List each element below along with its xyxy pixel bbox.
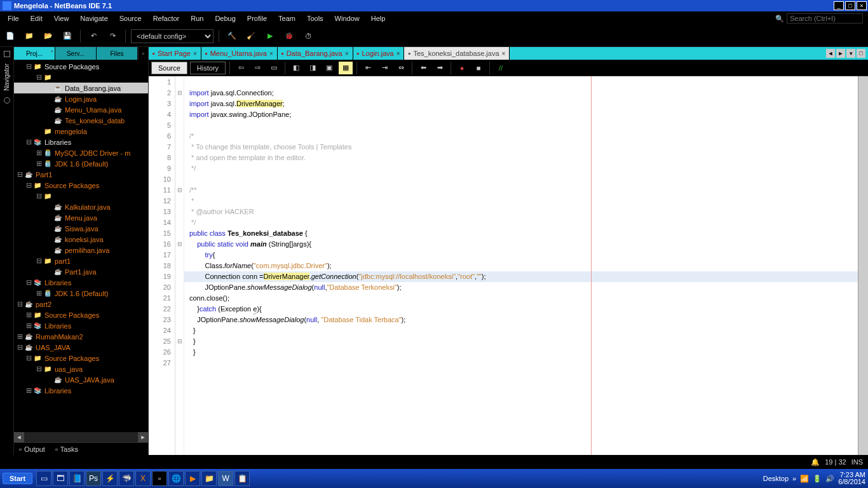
line-number[interactable]: 21 <box>149 293 175 304</box>
v-scrollbar[interactable] <box>858 76 868 455</box>
xampp-icon[interactable]: X <box>135 471 151 486</box>
next-error-icon[interactable]: ➡ <box>433 62 447 74</box>
line-number[interactable]: 23 <box>149 315 175 325</box>
toggle-highlight-icon[interactable]: ▦ <box>339 62 353 74</box>
close-button[interactable]: × <box>857 1 867 10</box>
menu-team[interactable]: Team <box>273 13 301 24</box>
tree-row[interactable]: ⊟📚Libraries <box>14 137 148 147</box>
taskbar-app-icon[interactable]: 🗔 <box>53 471 68 486</box>
new-project-icon[interactable]: 📁 <box>22 29 37 44</box>
panel-tab[interactable]: Proj...× <box>14 47 55 60</box>
fold-marker[interactable] <box>175 141 184 152</box>
line-number[interactable]: 9 <box>149 163 175 174</box>
bottom-tab-tasks[interactable]: ▫Tasks <box>50 443 83 455</box>
line-number[interactable]: 11 <box>149 185 175 196</box>
code-line[interactable]: public class Tes_koneksi_database { <box>184 228 858 239</box>
line-number[interactable]: 8 <box>149 152 175 163</box>
close-icon[interactable]: × <box>502 50 506 57</box>
fold-marker[interactable] <box>175 98 184 109</box>
fold-marker[interactable] <box>175 281 184 292</box>
line-number[interactable]: 25 <box>149 336 175 347</box>
expand-icon[interactable]: ⊞ <box>36 289 42 297</box>
maximize-button[interactable]: □ <box>845 1 855 10</box>
close-icon[interactable]: × <box>397 50 400 57</box>
fold-marker[interactable] <box>175 206 184 217</box>
tree-row[interactable]: ⊞☕RumahMakan2 <box>14 331 148 342</box>
code-editor[interactable]: 1234567891011121314151617181920212223242… <box>149 76 868 455</box>
fold-marker[interactable] <box>175 325 184 336</box>
expand-icon[interactable]: ⊟ <box>17 343 23 351</box>
fold-marker[interactable] <box>175 346 184 357</box>
next-bookmark-icon[interactable]: ◨ <box>306 62 320 74</box>
redo-icon[interactable]: ↷ <box>105 29 120 44</box>
shift-right-icon[interactable]: ⇥ <box>377 62 391 74</box>
uncomment-icon[interactable]: // <box>494 62 508 74</box>
code-line[interactable]: }catch (Exception e){ <box>184 304 858 315</box>
fold-marker[interactable] <box>175 227 184 238</box>
code-line[interactable]: * <box>184 196 858 207</box>
media-player-icon[interactable]: ▶ <box>185 471 200 486</box>
fold-marker[interactable] <box>175 357 184 368</box>
find-selection-icon[interactable]: ▭ <box>267 62 281 74</box>
fold-marker[interactable] <box>175 195 184 206</box>
code-line[interactable]: import java.sql.DriverManager; <box>184 98 858 109</box>
panel-tab[interactable]: Files <box>97 47 138 60</box>
tree-row[interactable]: ⊟📁 <box>14 191 148 201</box>
wireshark-icon[interactable]: 🦈 <box>119 471 134 486</box>
fold-marker[interactable] <box>175 173 184 184</box>
tree-row[interactable]: ☕Login.java <box>14 93 148 104</box>
code-line[interactable]: } <box>184 347 858 358</box>
code-line[interactable]: */ <box>184 163 858 174</box>
tray-expand-icon[interactable]: » <box>792 475 796 482</box>
expand-icon[interactable]: ⊟ <box>25 181 32 189</box>
fold-marker[interactable] <box>175 109 184 119</box>
winamp-icon[interactable]: ⚡ <box>102 471 118 486</box>
fold-marker[interactable] <box>175 249 184 260</box>
menu-navigate[interactable]: Navigate <box>75 13 112 24</box>
tab-next-icon[interactable]: ► <box>836 49 845 58</box>
menu-edit[interactable]: Edit <box>25 13 48 24</box>
run-icon[interactable]: ▶ <box>262 29 278 44</box>
tree-row[interactable]: ⊟📁 <box>14 72 148 83</box>
fold-marker[interactable]: ⊟ <box>175 336 184 346</box>
tree-row[interactable]: ☕Tes_koneksi_datab <box>14 115 148 126</box>
line-number[interactable]: 14 <box>149 217 175 228</box>
editor-tab[interactable]: ▪Data_Barang.java× <box>278 47 353 60</box>
fold-marker[interactable]: ⊟ <box>175 87 184 98</box>
line-number[interactable]: 18 <box>149 261 175 271</box>
code-line[interactable]: import java.sql.Connection; <box>184 88 858 98</box>
tree-row[interactable]: ⊞📚Libraries <box>14 385 148 396</box>
source-tab[interactable]: Source <box>151 62 187 74</box>
expand-icon[interactable]: ⊞ <box>36 149 42 157</box>
expand-icon[interactable]: ⊟ <box>25 62 32 71</box>
line-number[interactable]: 20 <box>149 282 175 293</box>
clock[interactable]: 7:23 AM 6/8/2014 <box>838 471 865 485</box>
fold-marker[interactable] <box>175 292 184 303</box>
forward-icon[interactable]: ⇨ <box>250 62 264 74</box>
volume-icon[interactable]: 🔊 <box>825 475 834 483</box>
tree-row[interactable]: ⊟📁Source Packages <box>14 180 148 191</box>
menu-refactor[interactable]: Refactor <box>148 13 185 24</box>
panel-min-icon[interactable]: ▫ <box>138 47 148 60</box>
tree-row[interactable]: ⊞📁Source Packages <box>14 309 148 320</box>
fold-marker[interactable] <box>175 152 184 163</box>
expand-icon[interactable]: ⊟ <box>25 138 32 146</box>
profile-icon[interactable]: ⏱ <box>301 29 316 44</box>
tree-row[interactable]: ☕koneksi.java <box>14 234 148 245</box>
editor-tab[interactable]: ▪Tes_koneksi_database.java× <box>404 47 510 60</box>
expand-icon[interactable]: ⊞ <box>36 159 42 168</box>
line-gutter[interactable]: 1234567891011121314151617181920212223242… <box>149 76 175 455</box>
tab-max-icon[interactable]: □ <box>857 49 865 58</box>
side-dot-icon[interactable] <box>4 51 10 57</box>
tree-row[interactable]: ⊟📁Source Packages <box>14 61 148 72</box>
editor-tab[interactable]: ▪Start Page× <box>149 47 201 60</box>
show-desktop-icon[interactable]: ▭ <box>36 471 51 486</box>
line-number[interactable]: 2 <box>149 88 175 98</box>
panel-tab[interactable]: Serv... <box>55 47 97 60</box>
toggle-bookmark-icon[interactable]: ▣ <box>322 62 336 74</box>
menu-source[interactable]: Source <box>114 13 147 24</box>
bottom-tab-output[interactable]: ▫Output <box>14 443 50 455</box>
cmd-icon[interactable]: ▫ <box>152 471 167 486</box>
editor-tab[interactable]: ▪Menu_Utama.java× <box>201 47 278 60</box>
tree-row[interactable]: ⊟☕part2 <box>14 299 148 309</box>
